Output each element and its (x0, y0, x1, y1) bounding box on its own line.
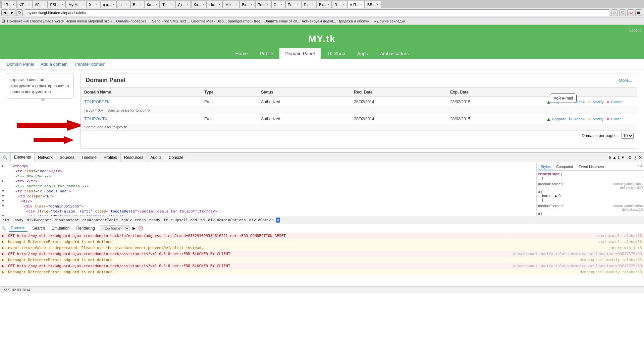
breadcrumb-a[interactable]: a (276, 218, 280, 223)
tab-20[interactable]: Га... × (302, 1, 316, 8)
breadcrumb-html[interactable]: html (1, 218, 12, 223)
add-style-icon[interactable]: + (637, 164, 639, 170)
back-button[interactable]: ◀ (1, 9, 8, 16)
console-tab-search[interactable]: Search (30, 225, 47, 231)
devtools-close-icon[interactable]: ✕ (639, 155, 642, 160)
breadcrumb-content-table[interactable]: div#contentTable (82, 218, 119, 223)
tab-19[interactable]: Пе... × (285, 1, 301, 8)
nav-tk-shop[interactable]: TK Shop (321, 48, 351, 59)
adblock-button[interactable]: AD (627, 9, 634, 16)
styles-tab-styles[interactable]: Styles (538, 164, 553, 170)
devtools-more-icon[interactable]: ⋮ (633, 155, 637, 160)
devtools-settings-icon[interactable]: ⚙ (628, 155, 632, 160)
tab-8[interactable]: о... × (117, 1, 130, 8)
nav-home[interactable]: Home (229, 48, 254, 59)
upgrade-btn-2[interactable]: ▲ Upgrade (546, 116, 566, 122)
sub-nav-add-domain[interactable]: Add a domain (41, 62, 67, 67)
breadcrumb-wrapper[interactable]: div#wrapper (26, 218, 52, 223)
modify-btn-2[interactable]: ✏ Modify (588, 116, 603, 122)
bookmark-spam[interactable]: spamgourmet - free... (228, 19, 263, 23)
bookmark-apps[interactable]: Приложения (7, 19, 29, 23)
styles-tab-events[interactable]: Event Listeners (576, 164, 607, 170)
log-expand-icon[interactable]: ▶ (2, 252, 7, 256)
log-expand-icon[interactable]: ▶ (2, 234, 7, 238)
tab-16[interactable]: Вк... × (240, 1, 255, 8)
sub-nav-domain-panel[interactable]: Domain Panel (7, 62, 34, 67)
tab-6[interactable]: Х... × (87, 1, 100, 8)
reload-button[interactable]: ↻ (16, 9, 23, 16)
refresh-style-icon[interactable]: ↺ (639, 164, 643, 170)
devtools-search-icon[interactable]: 🔍 (0, 153, 11, 162)
log-expand-icon[interactable]: ▶ (2, 246, 7, 250)
log-expand-icon[interactable]: ▶ (2, 258, 7, 262)
bookmark-flags[interactable]: chrome://flags (30, 19, 53, 23)
domain-link-1[interactable]: TOLIPOFF.TK (84, 100, 110, 104)
tab-10[interactable]: Ко... × (145, 1, 160, 8)
sub-nav-transfer[interactable]: Transfer domain (74, 62, 106, 67)
breadcrumb-domain-options[interactable]: div.domainOptions (207, 218, 247, 223)
bookmark-dedup[interactable]: Активируем дедуп... (302, 19, 336, 23)
nav-profile[interactable]: Profile (254, 48, 279, 59)
devtools-tab-elements[interactable]: Elements (11, 153, 35, 162)
tab-21[interactable]: Вк... × (317, 1, 332, 8)
address-bar[interactable]: my.dot.tk/cgi-bin/domainpanel.taloha (25, 9, 609, 16)
tab-2[interactable]: С Г... × (17, 1, 32, 8)
console-tab-emulation[interactable]: Emulation (50, 225, 71, 231)
log-expand-icon[interactable]: ▶ (2, 240, 7, 244)
console-tab-rendering[interactable]: Rendering (74, 225, 97, 231)
menu-button[interactable]: ☰ (635, 9, 642, 16)
tab-17[interactable]: Пе... × (255, 1, 271, 8)
tab-7[interactable]: д а... × (101, 1, 117, 8)
tab-11[interactable]: Те... × (160, 1, 175, 8)
bookmark-sms[interactable]: Send Free SMS Text ... (152, 19, 190, 23)
frame-select[interactable]: <top frame> (100, 225, 130, 231)
devtools-tab-timeline[interactable]: Timeline (78, 153, 100, 162)
bookmark-sales[interactable]: Продажа и обслуж... (337, 19, 373, 23)
breadcrumb-table[interactable]: table.zebra (120, 218, 147, 223)
tab-5[interactable]: Мy M... × (66, 1, 86, 8)
tab-12[interactable]: Дх... × (176, 1, 191, 8)
per-page-select[interactable]: 10 25 50 (622, 133, 634, 139)
log-expand-icon[interactable]: ▶ (2, 264, 7, 268)
tab-13[interactable]: Ка... × (191, 1, 207, 8)
styles-tab-computed[interactable]: Computed (553, 164, 576, 170)
tab-22[interactable]: Ге... × (332, 1, 347, 8)
devtools-tab-console[interactable]: Console (165, 153, 187, 162)
tab-18[interactable]: С... × (271, 1, 285, 8)
domain-link-2[interactable]: TOLIPOV.TK (84, 117, 107, 121)
tab-9[interactable]: В... × (130, 1, 144, 8)
bookmark-guerrilla[interactable]: Guerrilla Mail - Disp... (191, 19, 227, 23)
shield-button[interactable]: 🛡 (619, 9, 626, 16)
devtools-tab-profiles[interactable]: Profiles (100, 153, 121, 162)
breadcrumb-tbody[interactable]: tbody (148, 218, 161, 223)
bookmark-worck[interactable]: worck (54, 19, 64, 23)
devtools-tab-sources[interactable]: Sources (56, 153, 78, 162)
devtools-tab-audits[interactable]: Audits (147, 153, 165, 162)
tab-1[interactable]: Г П... × (1, 1, 17, 8)
nav-domain-panel[interactable]: Domain Panel (279, 48, 321, 59)
breadcrumb-content[interactable]: div#content (54, 218, 80, 223)
breadcrumb-body[interactable]: body (14, 218, 25, 223)
devtools-tab-network[interactable]: Network (35, 153, 56, 162)
cancel-btn-1[interactable]: ✕ Cancel (606, 99, 623, 105)
modify-btn-1[interactable]: ✏ Modify (588, 99, 603, 105)
breadcrumb-tr[interactable]: tr.r_upsell.odd (163, 218, 198, 223)
bookmark-folder[interactable]: Новая папка (65, 19, 87, 23)
more-link[interactable]: More... (619, 78, 632, 83)
breadcrumb-td[interactable]: td (199, 218, 206, 223)
tab-bar[interactable]: Г П... × С Г... × А Г... × ESL... × Мy M… (0, 0, 644, 8)
clear-console-icon[interactable]: 🚫 (138, 226, 143, 231)
bookmark-check[interactable]: Онлайн-проверка ... (116, 19, 151, 23)
bookmark-protect[interactable]: Защита email от сп... (265, 19, 300, 23)
tab-23[interactable]: А П... × (347, 1, 365, 8)
devtools-tab-resources[interactable]: Resources (121, 153, 147, 162)
console-tab-console[interactable]: Console (9, 225, 28, 232)
expand-icon[interactable]: ▶ (132, 226, 136, 231)
forward-button[interactable]: ▶ (9, 9, 15, 16)
tab-15[interactable]: Ме... × (223, 1, 239, 8)
logout-link[interactable]: Logout (629, 28, 641, 32)
nav-apps[interactable]: Apps (351, 48, 374, 59)
tab-24[interactable]: ВБ... × (365, 1, 381, 8)
breadcrumb-doption[interactable]: div.dOption (248, 218, 275, 223)
nav-ambassadors[interactable]: Ambassadors (374, 48, 415, 59)
